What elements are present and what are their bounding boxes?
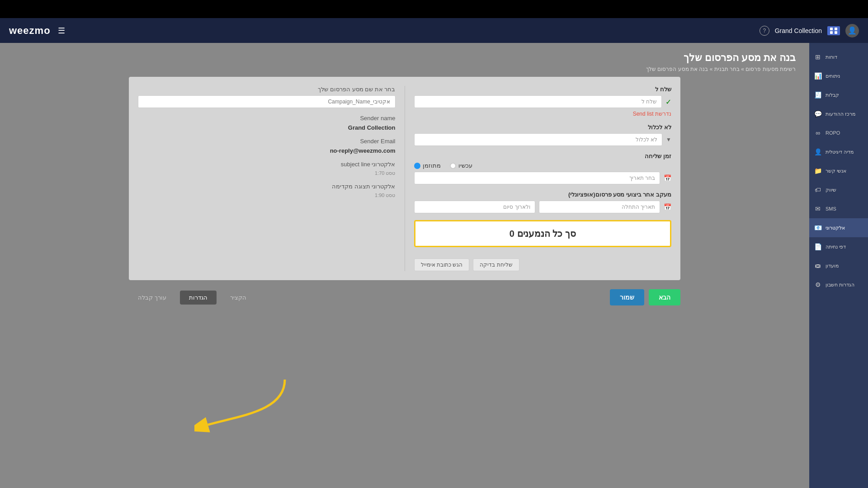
sidebar-item-ropo[interactable]: ∞ ROPO xyxy=(809,123,868,142)
bottom-nav: הבא שמור הקציר הגדרות עורך קבלה xyxy=(129,289,680,305)
club-icon: 🎟 xyxy=(814,262,822,270)
date-input-row: 📅 בחר תאריך xyxy=(414,172,672,184)
svg-rect-3 xyxy=(835,31,837,34)
tab-queue[interactable]: עורך קבלה xyxy=(129,291,175,305)
subject-line-value: טסט 1:70 xyxy=(138,170,396,176)
help-button[interactable]: ? xyxy=(760,26,769,36)
end-date-input[interactable]: ולארוך סיום xyxy=(414,201,535,213)
subject-line-label: אלקטרוני subject line xyxy=(138,161,396,168)
back-button[interactable]: הבא xyxy=(649,289,680,305)
form-card: שלח ל ✓ שלח ל נדרשת Send list לא לכלול ▼ xyxy=(129,77,680,280)
nav-left-group: 👤 Grand Collection ? xyxy=(760,24,859,38)
sidebar-item-sms[interactable]: ✉ SMS xyxy=(809,199,868,218)
calendar-icon: 📅 xyxy=(664,174,671,182)
recipients-count-box: סך כל הנמענים 0 xyxy=(414,220,672,247)
sidebar-label-notifications: מרכז ההודעות xyxy=(826,111,855,117)
sidebar-item-club[interactable]: 🎟 מועדון xyxy=(809,256,868,275)
sidebar-label-contacts: אנשי קשר xyxy=(826,168,846,174)
sidebar-item-notifications[interactable]: 💬 מרכז ההודעות xyxy=(809,104,868,123)
sidebar-item-analytics[interactable]: 📊 ניתוחים xyxy=(809,66,868,85)
tracking-group: מעקב אחר ביצועי מסע פרסום(אופציונלי) 📅 ת… xyxy=(414,191,672,213)
sidebar-label-ropo: ROPO xyxy=(826,130,840,136)
nav-bar: 👤 Grand Collection ? ☰ weezmo xyxy=(0,18,868,43)
sidebar-label-recipients: קבלות xyxy=(826,92,839,98)
action-buttons-group: הבא שמור xyxy=(610,289,680,305)
sender-name-group: Sender name Grand Collection xyxy=(138,115,396,131)
send-list-required-label: נדרשת Send list xyxy=(414,111,672,117)
sidebar-item-account-settings[interactable]: ⚙ הגדרות חשבון xyxy=(809,275,868,294)
tab-preview[interactable]: הקציר xyxy=(221,291,255,305)
sidebar-item-landing[interactable]: 📄 דפי נחיתה xyxy=(809,237,868,256)
exclude-label: לא לכלול xyxy=(414,124,672,131)
left-panel: שלח ל ✓ שלח ל נדרשת Send list לא לכלול ▼ xyxy=(414,86,672,271)
user-avatar[interactable]: 👤 xyxy=(845,24,859,38)
tracking-input-row: 📅 תאריך התחלה ולארוך סיום xyxy=(414,201,672,213)
breadcrumb-area: בנה את מסע הפרסום שלך רשימת מסעות פרסום … xyxy=(14,52,796,72)
sidebar-label-digital-media: מדיה דיגיטלית xyxy=(826,149,854,155)
top-bar xyxy=(0,0,868,18)
marketing-icon: 🏷 xyxy=(814,186,822,194)
dashboard-icon: ⊞ xyxy=(814,53,822,61)
sidebar-item-marketing[interactable]: 🏷 שיווק xyxy=(809,180,868,199)
sidebar-item-recipients[interactable]: 🧾 קבלות xyxy=(809,85,868,104)
date-picker-input[interactable]: בחר תאריך xyxy=(414,172,660,184)
sidebar-item-dashboard[interactable]: ⊞ דוחות xyxy=(809,47,868,66)
sender-name-label: Sender name xyxy=(138,115,396,122)
arrow-annotation xyxy=(194,375,294,438)
bottom-action-buttons: שליחת בדיקה הגש כתובת אימייל xyxy=(414,258,672,271)
nav-right-group: ☰ weezmo xyxy=(9,25,65,37)
hamburger-icon[interactable]: ☰ xyxy=(58,26,65,36)
settings-icon: ⚙ xyxy=(814,281,822,289)
send-time-group: זמן שליחה עכשיו מתוזמן 📅 xyxy=(414,153,672,184)
start-date-input[interactable]: תאריך התחלה xyxy=(539,201,660,213)
digital-media-icon: 👤 xyxy=(814,148,822,156)
campaign-name-input[interactable] xyxy=(138,95,396,108)
svg-rect-1 xyxy=(835,28,837,30)
advanced-email-value: טסט 1:90 xyxy=(138,192,396,198)
sidebar-label-analytics: ניתוחים xyxy=(826,73,840,79)
send-test-button[interactable]: שליחת בדיקה xyxy=(473,258,519,271)
nav-brand-title: Grand Collection xyxy=(775,27,822,34)
main-container: ⊞ דוחות 📊 ניתוחים 🧾 קבלות 💬 מרכז ההודעות… xyxy=(0,43,868,488)
sidebar-label-landing: דפי נחיתה xyxy=(826,244,846,250)
send-to-label: שלח ל xyxy=(414,86,672,93)
tracking-label: מעקב אחר ביצועי מסע פרסום(אופציונלי) xyxy=(414,191,672,198)
notifications-icon: 💬 xyxy=(814,110,822,118)
breadcrumb: רשימת מסעות פרסום » בחר תבנית » בנה את מ… xyxy=(14,66,796,72)
send-to-input[interactable]: שלח ל xyxy=(414,95,662,108)
weezmo-logo: weezmo xyxy=(9,25,51,37)
personalized-button[interactable]: הגש כתובת אימייל xyxy=(414,258,470,271)
send-to-group: שלח ל ✓ שלח ל נדרשת Send list xyxy=(414,86,672,117)
sender-name-value: Grand Collection xyxy=(138,124,396,131)
sidebar-label-marketing: שיווק xyxy=(826,187,836,193)
checkmark-icon: ✓ xyxy=(665,98,671,106)
brand-icon xyxy=(827,26,840,35)
send-to-input-row: ✓ שלח ל xyxy=(414,95,672,108)
sidebar-label-club: מועדון xyxy=(826,263,839,269)
save-button[interactable]: שמור xyxy=(610,289,644,305)
radio-now[interactable]: עכשיו xyxy=(450,162,472,169)
sidebar-item-contacts[interactable]: 📁 אנשי קשר xyxy=(809,161,868,180)
radio-now-dot xyxy=(450,163,456,169)
tracking-calendar-icon: 📅 xyxy=(664,203,671,211)
sidebar-item-electronic[interactable]: 📧 אלקטרוני xyxy=(809,218,868,237)
contacts-icon: 📁 xyxy=(814,167,822,175)
sender-email-value: no-reply@weezmo.com xyxy=(138,147,396,154)
sidebar-item-digital-media[interactable]: 👤 מדיה דיגיטלית xyxy=(809,142,868,161)
exclude-input[interactable]: לא לכלול xyxy=(414,133,663,146)
tab-settings[interactable]: הגדרות xyxy=(180,291,217,305)
advanced-email-group: אלקטרוני תצוגה מקדימה טסט 1:90 xyxy=(138,183,396,198)
sidebar-label-account-settings: הגדרות חשבון xyxy=(826,282,854,288)
campaign-name-label: בחר את שם מסע הפרסום שלך xyxy=(138,86,396,93)
recipients-count-text: סך כל הנמענים 0 xyxy=(509,229,576,239)
sidebar-label-sms: SMS xyxy=(826,206,836,211)
sidebar-label-electronic: אלקטרוני xyxy=(826,225,845,231)
svg-rect-2 xyxy=(830,31,833,34)
send-time-label: זמן שליחה xyxy=(414,153,672,160)
right-panel: בחר את שם מסע הפרסום שלך Sender name Gra… xyxy=(138,86,396,271)
svg-rect-0 xyxy=(830,28,833,30)
subject-line-group: אלקטרוני subject line טסט 1:70 xyxy=(138,161,396,176)
sender-email-label: Sender Email xyxy=(138,138,396,145)
ropo-icon: ∞ xyxy=(814,129,822,137)
radio-scheduled[interactable]: מתוזמן xyxy=(414,162,441,169)
